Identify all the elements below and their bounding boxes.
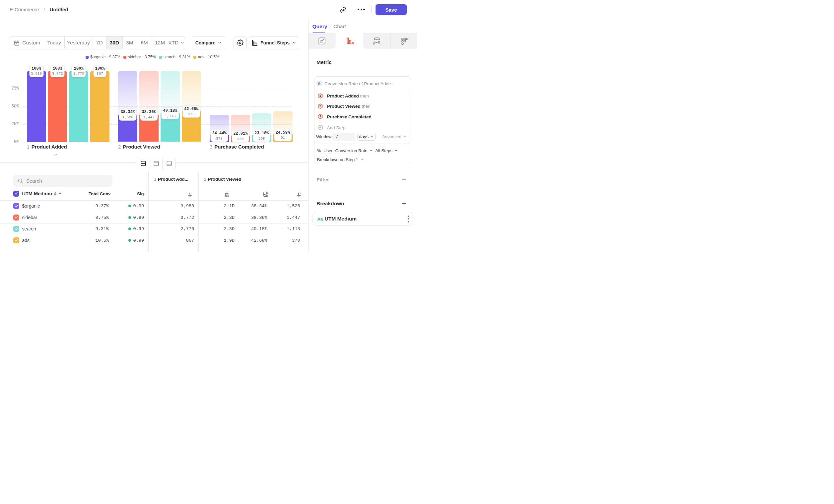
- svg-text:1: 1: [320, 94, 321, 97]
- svg-text:2: 2: [320, 105, 321, 108]
- svg-text:%: %: [266, 192, 268, 195]
- svg-text:3: 3: [320, 115, 321, 118]
